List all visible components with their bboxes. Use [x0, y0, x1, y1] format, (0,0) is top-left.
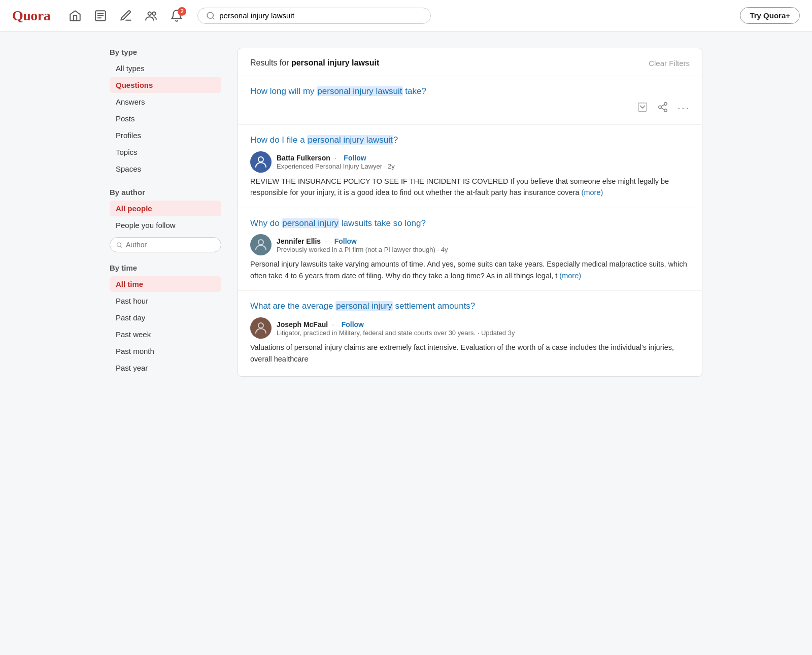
- community-button[interactable]: [140, 5, 163, 26]
- author-description: Litigator, practiced in Military, federa…: [277, 329, 515, 337]
- try-plus-button[interactable]: Try Quora+: [740, 7, 800, 24]
- result-title-link[interactable]: How long will my personal injury lawsuit…: [250, 86, 426, 96]
- read-more-link[interactable]: (more): [557, 272, 581, 280]
- type-filter-group: All typesQuestionsAnswersPostsProfilesTo…: [110, 60, 221, 177]
- write-button[interactable]: [114, 5, 138, 26]
- svg-line-15: [661, 105, 664, 107]
- author-description: Previously worked in a PI firm (not a PI…: [277, 246, 448, 253]
- sidebar-item-past-year[interactable]: Past year: [110, 360, 221, 376]
- top-navigation: Quora 2 Try Quora+: [0, 0, 812, 31]
- by-type-heading: By type: [110, 48, 221, 56]
- main-layout: By type All typesQuestionsAnswersPostsPr…: [101, 31, 710, 393]
- author-info: Jennifer Ellis · FollowPreviously worked…: [277, 237, 448, 253]
- results-title: Results for personal injury lawsuit: [250, 58, 379, 68]
- author-description: Experienced Personal Injury Lawyer · 2y: [277, 162, 395, 170]
- answer-author-row: Jennifer Ellis · FollowPreviously worked…: [250, 234, 690, 255]
- svg-point-5: [152, 12, 156, 15]
- svg-point-4: [148, 12, 152, 15]
- results-list: How long will my personal injury lawsuit…: [238, 76, 702, 374]
- home-icon: [69, 9, 82, 22]
- author-filter-group: All peoplePeople you follow: [110, 201, 221, 233]
- nav-icon-group: 2: [63, 5, 188, 26]
- results-title-prefix: Results for: [250, 58, 291, 67]
- avatar: [250, 317, 272, 339]
- svg-point-16: [258, 157, 263, 162]
- time-filter-group: All timePast hourPast dayPast weekPast m…: [110, 276, 221, 376]
- sidebar: By type All typesQuestionsAnswersPostsPr…: [110, 48, 221, 377]
- notification-badge: 2: [178, 7, 186, 16]
- read-more-link[interactable]: (more): [580, 188, 603, 196]
- search-bar[interactable]: [197, 8, 431, 24]
- result-item: What are the average personal injury set…: [238, 291, 702, 374]
- result-actions: ···: [250, 102, 690, 115]
- result-title-link[interactable]: Why do personal injury lawsuits take so …: [250, 218, 426, 228]
- follow-author-link[interactable]: Follow: [334, 237, 357, 245]
- author-search-box[interactable]: [110, 237, 221, 252]
- follow-author-link[interactable]: Follow: [342, 320, 364, 329]
- svg-point-18: [258, 323, 263, 328]
- svg-rect-10: [638, 103, 647, 112]
- answer-feed-button[interactable]: [89, 5, 112, 26]
- author-name: Jennifer Ellis: [277, 237, 321, 245]
- sidebar-item-all-time[interactable]: All time: [110, 276, 221, 292]
- result-item: How do I file a personal injury lawsuit?…: [238, 125, 702, 208]
- sidebar-item-spaces[interactable]: Spaces: [110, 161, 221, 177]
- sidebar-item-past-week[interactable]: Past week: [110, 326, 221, 342]
- svg-line-14: [661, 108, 664, 110]
- author-name: Batta Fulkerson: [277, 154, 330, 162]
- answer-feed-icon: [94, 9, 107, 22]
- community-icon: [145, 9, 158, 22]
- author-search-icon: [116, 241, 122, 249]
- follow-author-link[interactable]: Follow: [344, 154, 366, 162]
- sidebar-item-posts[interactable]: Posts: [110, 111, 221, 126]
- result-title-link[interactable]: How do I file a personal injury lawsuit?: [250, 135, 398, 145]
- clear-filters-button[interactable]: Clear Filters: [649, 59, 690, 68]
- more-options-button[interactable]: ···: [678, 102, 690, 115]
- sidebar-item-questions[interactable]: Questions: [110, 77, 221, 93]
- home-nav-button[interactable]: [63, 5, 87, 26]
- sidebar-item-profiles[interactable]: Profiles: [110, 127, 221, 143]
- result-body-text: Valuations of personal injury claims are…: [250, 342, 690, 365]
- sidebar-item-all-people[interactable]: All people: [110, 201, 221, 216]
- results-header: Results for personal injury lawsuit Clea…: [238, 48, 702, 76]
- result-item: How long will my personal injury lawsuit…: [238, 76, 702, 125]
- sidebar-item-past-hour[interactable]: Past hour: [110, 293, 221, 309]
- search-input[interactable]: [219, 11, 422, 20]
- author-search-input[interactable]: [126, 241, 215, 249]
- result-title-link[interactable]: What are the average personal injury set…: [250, 301, 475, 311]
- search-icon: [206, 11, 215, 20]
- results-title-query: personal injury lawsuit: [291, 58, 379, 67]
- avatar: [250, 234, 272, 255]
- answer-author-row: Joseph McFaul · FollowLitigator, practic…: [250, 317, 690, 339]
- sidebar-item-past-month[interactable]: Past month: [110, 343, 221, 359]
- sidebar-item-topics[interactable]: Topics: [110, 144, 221, 160]
- svg-line-7: [213, 17, 214, 19]
- author-name: Joseph McFaul: [277, 320, 328, 329]
- sidebar-item-all-types[interactable]: All types: [110, 60, 221, 76]
- result-body-text: Personal injury lawsuits take varying am…: [250, 258, 690, 281]
- share-button[interactable]: [657, 102, 668, 115]
- by-author-heading: By author: [110, 188, 221, 196]
- results-panel: Results for personal injury lawsuit Clea…: [238, 48, 702, 377]
- answer-author-row: Batta Fulkerson · FollowExperienced Pers…: [250, 151, 690, 173]
- author-info: Joseph McFaul · FollowLitigator, practic…: [277, 320, 515, 337]
- quora-logo[interactable]: Quora: [12, 8, 50, 24]
- sidebar-item-people-you-follow[interactable]: People you follow: [110, 217, 221, 233]
- write-icon: [119, 9, 132, 22]
- author-info: Batta Fulkerson · FollowExperienced Pers…: [277, 153, 395, 170]
- svg-line-9: [120, 246, 121, 247]
- sidebar-item-past-day[interactable]: Past day: [110, 310, 221, 325]
- result-item: Why do personal injury lawsuits take so …: [238, 208, 702, 291]
- result-body-text: REVIEW THE INSURANCE POLICY TO SEE IF TH…: [250, 176, 690, 199]
- avatar: [250, 151, 272, 173]
- by-time-heading: By time: [110, 264, 221, 272]
- sidebar-item-answers[interactable]: Answers: [110, 94, 221, 110]
- svg-point-17: [258, 240, 263, 245]
- downvote-button[interactable]: [637, 102, 648, 115]
- notifications-button[interactable]: 2: [165, 5, 188, 26]
